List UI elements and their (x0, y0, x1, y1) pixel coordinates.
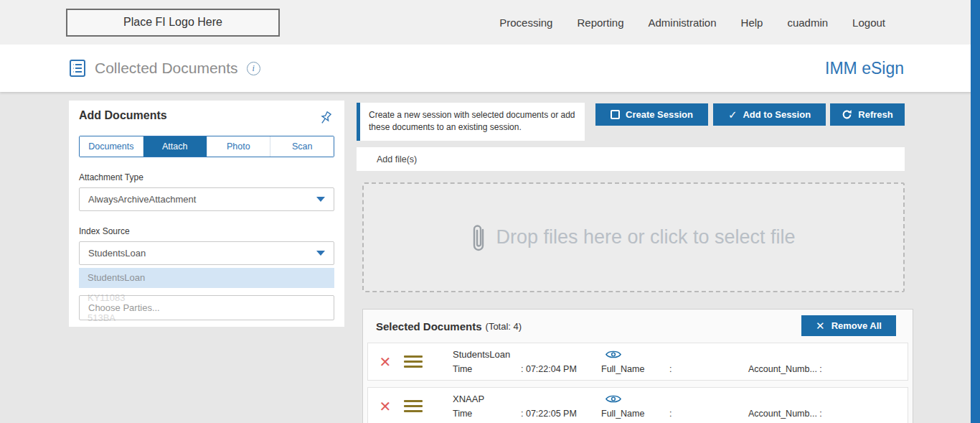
add-documents-title: Add Documents (79, 109, 167, 122)
account-number-label: Account_Numb... : (748, 364, 822, 374)
dropdown-option-studentsloan[interactable]: StudentsLoan (79, 268, 334, 288)
chevron-down-icon (316, 251, 325, 256)
nav-help[interactable]: Help (741, 17, 763, 29)
add-to-session-button[interactable]: ✓ Add to Session (713, 103, 826, 126)
file-dropzone[interactable]: Drop files here or click to select file (362, 182, 905, 292)
document-row: ✕ XNAAP Time : 07:22:05 PM Full_Name : A… (367, 387, 908, 423)
tab-attach[interactable]: Attach (143, 136, 207, 157)
full-name-label: Full_Name (601, 409, 669, 419)
remove-document-icon[interactable]: ✕ (375, 398, 395, 415)
tab-scan[interactable]: Scan (270, 136, 334, 157)
selected-documents-title: Selected Documents (376, 320, 482, 333)
tab-photo[interactable]: Photo (207, 136, 271, 157)
tab-documents[interactable]: Documents (80, 136, 143, 157)
drag-handle-icon[interactable] (404, 355, 423, 368)
page-header: Collected Documents i IMM eSign (0, 45, 980, 92)
document-name: StudentsLoan (453, 349, 606, 360)
create-session-label: Create Session (626, 109, 693, 120)
index-source-value: StudentsLoan (88, 248, 146, 259)
session-square-icon (611, 110, 620, 119)
create-session-button[interactable]: Create Session (595, 103, 708, 126)
nav-logout[interactable]: Logout (852, 17, 885, 29)
add-files-label: Add file(s) (377, 154, 417, 164)
nav-reporting[interactable]: Reporting (577, 17, 623, 29)
add-documents-card: Add Documents Documents Attach Photo Sca… (69, 101, 344, 327)
time-value: : 07:22:05 PM (521, 409, 601, 419)
add-to-session-label: Add to Session (743, 109, 811, 120)
session-info-callout: Create a new session with selected docum… (357, 103, 585, 141)
nav-user-cuadmin[interactable]: cuadmin (787, 17, 828, 29)
fi-logo-placeholder: Place FI Logo Here (66, 9, 280, 37)
document-row: ✕ StudentsLoan Time : 07:22:04 PM Full_N… (367, 343, 908, 381)
collected-documents-icon (69, 59, 86, 78)
full-name-value: : (669, 409, 748, 419)
pin-icon[interactable] (314, 106, 337, 129)
paperclip-icon (471, 223, 486, 253)
time-label: Time (453, 364, 521, 374)
document-name: XNAAP (453, 394, 606, 404)
refresh-label: Refresh (858, 109, 892, 120)
time-value: : 07:22:04 PM (521, 364, 601, 374)
add-files-bar[interactable]: Add file(s) (357, 147, 905, 171)
dropzone-text: Drop files here or click to select file (496, 226, 795, 248)
remove-all-label: Remove All (831, 320, 882, 331)
close-icon: ✕ (816, 320, 825, 333)
dropdown-option-ky11083[interactable]: KY11083 (79, 288, 334, 308)
index-source-dropdown-list: StudentsLoan KY11083 513BA (79, 268, 334, 328)
time-label: Time (453, 409, 521, 419)
right-edge-scrollbar[interactable] (971, 0, 980, 423)
remove-document-icon[interactable]: ✕ (375, 353, 395, 371)
check-icon: ✓ (728, 108, 738, 121)
brand-imm-esign: IMM eSign (825, 59, 904, 78)
nav-processing[interactable]: Processing (499, 17, 552, 29)
info-icon[interactable]: i (247, 62, 260, 75)
page-title: Collected Documents (95, 60, 238, 77)
nav-administration[interactable]: Administration (649, 17, 717, 29)
drag-handle-icon[interactable] (404, 400, 423, 412)
full-name-value: : (669, 364, 748, 374)
selected-documents-panel: Selected Documents (Total: 4) ✕ Remove A… (362, 309, 913, 423)
attachment-type-select[interactable]: AlwaysArchiveAttachment (79, 187, 334, 211)
full-name-label: Full_Name (601, 364, 669, 374)
preview-eye-icon[interactable] (606, 394, 621, 404)
chevron-down-icon (316, 197, 325, 202)
refresh-icon (842, 109, 852, 120)
top-bar: Place FI Logo Here Processing Reporting … (0, 0, 980, 45)
remove-all-button[interactable]: ✕ Remove All (801, 315, 896, 336)
top-navigation: Processing Reporting Administration Help… (499, 17, 885, 29)
preview-eye-icon[interactable] (606, 349, 621, 360)
dropdown-option-513ba[interactable]: 513BA (79, 308, 334, 328)
selected-documents-total: (Total: 4) (486, 321, 522, 332)
add-documents-tabs: Documents Attach Photo Scan (79, 136, 334, 157)
index-source-select[interactable]: StudentsLoan (79, 241, 334, 265)
account-number-label: Account_Numb... : (748, 409, 822, 419)
attachment-type-label: Attachment Type (79, 172, 334, 182)
refresh-button[interactable]: Refresh (830, 103, 905, 126)
attachment-type-value: AlwaysArchiveAttachment (88, 194, 196, 205)
index-source-label: Index Source (79, 226, 334, 236)
